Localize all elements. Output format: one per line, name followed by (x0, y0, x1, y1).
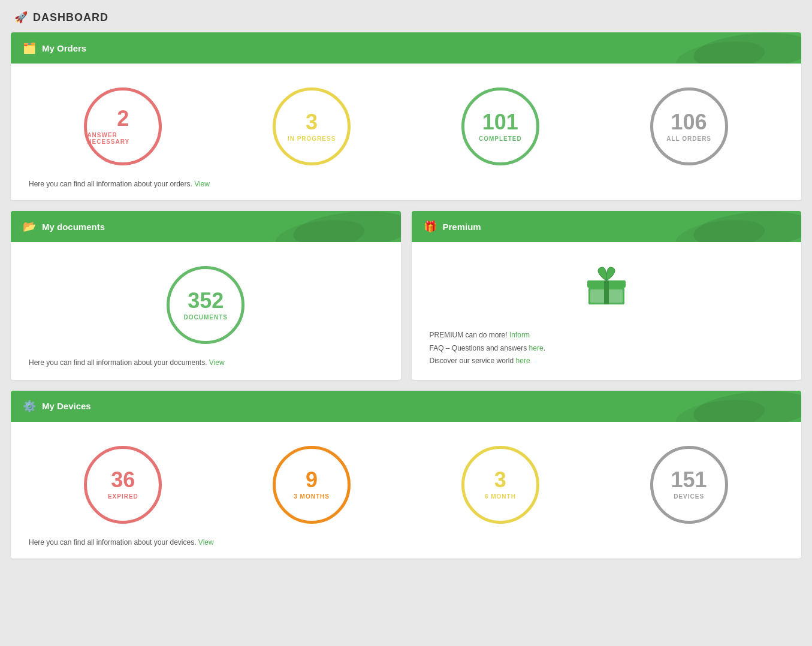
premium-icon: 🎁 (424, 220, 437, 233)
two-col-row: 📂 My documents 352 DOCUMENTS Here you ca… (11, 211, 801, 380)
devices-expired: 36 EXPIRED (84, 446, 162, 524)
premium-faq-link[interactable]: here (529, 344, 544, 352)
orders-all-circle: 106 ALL ORDERS (650, 87, 728, 165)
premium-link2-text: FAQ – Questions and answers here. (430, 342, 545, 355)
premium-links: PREMIUM can do more! Inform FAQ – Questi… (424, 329, 551, 368)
orders-icon: 🗂️ (23, 41, 36, 55)
rocket-icon: 🚀 (14, 11, 28, 24)
devices-circles-row: 36 EXPIRED 9 3 MONTHS 3 6 MONTH (29, 436, 783, 536)
orders-view-link[interactable]: View (194, 180, 210, 188)
devices-footer: Here you can find all information about … (29, 538, 783, 547)
devices-icon: ⚙️ (23, 400, 36, 413)
page-title: 🚀 DASHBOARD (0, 0, 812, 32)
devices-6month: 3 6 MONTH (461, 446, 539, 524)
orders-completed-circle: 101 COMPLETED (461, 87, 539, 165)
documents-view-link[interactable]: View (209, 358, 225, 367)
documents-section: 📂 My documents 352 DOCUMENTS Here you ca… (11, 211, 401, 380)
devices-3months: 9 3 MONTHS (273, 446, 351, 524)
devices-3months-circle: 9 3 MONTHS (273, 446, 351, 524)
orders-in-progress: 3 IN PROGRESS (273, 87, 351, 165)
documents-icon: 📂 (23, 220, 36, 233)
orders-completed: 101 COMPLETED (461, 87, 539, 165)
gift-icon (582, 260, 630, 317)
devices-all-circle: 151 DEVICES (650, 446, 728, 524)
orders-answer-necessary: 2 ANSWER NECESSARY (84, 87, 162, 165)
devices-section: ⚙️ My Devices 36 EXPIRED 9 3 MONTHS (11, 391, 801, 559)
orders-in-progress-circle: 3 IN PROGRESS (273, 87, 351, 165)
premium-section: 🎁 Premium (412, 211, 802, 380)
documents-count: 352 DOCUMENTS (167, 266, 244, 344)
orders-footer: Here you can find all information about … (29, 180, 783, 188)
premium-link3-text: Discover our service world here (430, 355, 545, 368)
orders-body: 2 ANSWER NECESSARY 3 IN PROGRESS 101 COM… (11, 64, 801, 200)
devices-6month-circle: 3 6 MONTH (461, 446, 539, 524)
documents-count-circle: 352 DOCUMENTS (167, 266, 244, 344)
documents-footer: Here you can find all information about … (29, 358, 383, 367)
orders-header: 🗂️ My Orders (11, 32, 801, 64)
devices-header: ⚙️ My Devices (11, 391, 801, 422)
documents-body: 352 DOCUMENTS Here you can find all info… (11, 242, 401, 379)
orders-answer-necessary-circle: 2 ANSWER NECESSARY (84, 87, 162, 165)
premium-link1-text: PREMIUM can do more! Inform (430, 329, 545, 342)
devices-expired-circle: 36 EXPIRED (84, 446, 162, 524)
devices-body: 36 EXPIRED 9 3 MONTHS 3 6 MONTH (11, 422, 801, 559)
devices-view-link[interactable]: View (198, 538, 214, 547)
documents-circles-row: 352 DOCUMENTS (29, 256, 383, 356)
svg-rect-3 (604, 280, 609, 304)
orders-section: 🗂️ My Orders 2 ANSWER NECESSARY 3 IN PRO… (11, 32, 801, 200)
premium-header: 🎁 Premium (412, 211, 802, 242)
orders-circles-row: 2 ANSWER NECESSARY 3 IN PROGRESS 101 COM… (29, 78, 783, 177)
documents-header: 📂 My documents (11, 211, 401, 242)
devices-all: 151 DEVICES (650, 446, 728, 524)
premium-inform-link[interactable]: Inform (509, 331, 530, 339)
premium-body: PREMIUM can do more! Inform FAQ – Questi… (412, 242, 802, 380)
orders-all: 106 ALL ORDERS (650, 87, 728, 165)
premium-world-link[interactable]: here (516, 357, 530, 365)
